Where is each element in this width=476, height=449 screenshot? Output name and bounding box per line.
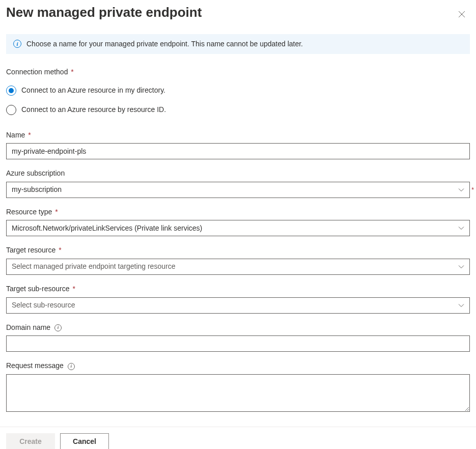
request-message-label: Request message i <box>6 361 470 371</box>
info-banner-text: Choose a name for your managed private e… <box>26 39 303 49</box>
chevron-down-icon <box>458 225 464 231</box>
name-input[interactable] <box>6 143 470 159</box>
connection-method-label: Connection method * <box>6 67 470 77</box>
panel-body: New managed private endpoint i Choose a … <box>0 0 476 414</box>
resource-type-field-group: Resource type * Microsoft.Network/privat… <box>6 207 470 237</box>
target-resource-label: Target resource * <box>6 245 470 256</box>
target-sub-resource-label: Target sub-resource * <box>6 284 470 294</box>
subscription-select[interactable]: my-subscription <box>6 182 470 198</box>
info-banner: i Choose a name for your managed private… <box>6 34 470 54</box>
required-marker: * <box>471 185 474 194</box>
radio-label: Connect to an Azure resource in my direc… <box>21 86 165 96</box>
required-marker: * <box>57 246 61 254</box>
chevron-down-icon <box>458 264 464 270</box>
create-button[interactable]: Create <box>6 433 55 449</box>
new-managed-private-endpoint-panel: New managed private endpoint i Choose a … <box>0 0 476 449</box>
radio-label: Connect to an Azure resource by resource… <box>21 105 166 115</box>
name-field-group: Name * <box>6 130 470 160</box>
info-icon[interactable]: i <box>68 363 75 370</box>
close-icon <box>458 11 465 18</box>
subscription-value: my-subscription <box>12 185 458 195</box>
required-marker: * <box>69 68 73 76</box>
target-resource-field-group: Target resource * Select managed private… <box>6 245 470 275</box>
domain-name-field-group: Domain name i <box>6 323 470 352</box>
info-icon: i <box>13 40 21 48</box>
radio-option-resource-id[interactable]: Connect to an Azure resource by resource… <box>6 105 470 115</box>
target-sub-resource-field-group: Target sub-resource * Select sub-resourc… <box>6 284 470 314</box>
domain-name-input[interactable] <box>6 335 470 352</box>
request-message-input[interactable] <box>6 374 470 412</box>
subscription-label: Azure subscription <box>6 169 470 179</box>
panel-footer: Create Cancel <box>0 427 476 449</box>
target-sub-resource-placeholder: Select sub-resource <box>12 300 458 311</box>
subscription-field-group: Azure subscription my-subscription * <box>6 169 470 198</box>
info-icon[interactable]: i <box>54 324 62 331</box>
domain-name-label: Domain name i <box>6 323 470 333</box>
required-marker: * <box>26 131 31 139</box>
connection-method-group: Connection method * Connect to an Azure … <box>6 67 470 115</box>
resource-type-label: Resource type * <box>6 207 470 217</box>
cancel-button[interactable]: Cancel <box>60 433 109 449</box>
chevron-down-icon <box>458 302 464 308</box>
chevron-down-icon <box>458 187 464 193</box>
name-label: Name * <box>6 130 470 141</box>
resource-type-value: Microsoft.Network/privateLinkServices (P… <box>12 223 458 234</box>
radio-button-unchecked <box>6 105 16 115</box>
request-message-field-group: Request message i <box>6 361 470 414</box>
panel-title: New managed private endpoint <box>6 4 202 21</box>
target-sub-resource-select[interactable]: Select sub-resource <box>6 297 470 314</box>
required-marker: * <box>71 285 75 293</box>
required-marker: * <box>53 208 58 216</box>
radio-option-directory[interactable]: Connect to an Azure resource in my direc… <box>6 86 470 96</box>
resource-type-select[interactable]: Microsoft.Network/privateLinkServices (P… <box>6 220 470 236</box>
close-button[interactable] <box>454 6 470 22</box>
panel-header: New managed private endpoint <box>6 2 470 34</box>
target-resource-select[interactable]: Select managed private endpoint targetin… <box>6 259 470 275</box>
target-resource-placeholder: Select managed private endpoint targetin… <box>12 262 458 272</box>
radio-button-checked <box>6 86 16 96</box>
